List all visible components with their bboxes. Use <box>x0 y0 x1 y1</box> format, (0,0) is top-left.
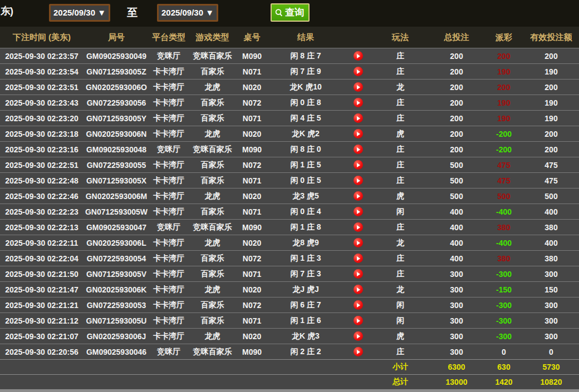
cell-result: 闲 7 庄 9 <box>267 64 344 80</box>
play-icon[interactable] <box>354 113 363 123</box>
cell-game: 竞咪百家乐 <box>188 344 237 360</box>
cell-platform: 卡卡湾厅 <box>149 282 188 297</box>
cell-valid: 300 <box>523 329 579 344</box>
cell-bet: 200 <box>429 95 484 111</box>
cell-payout: 380 <box>484 251 523 266</box>
cell-payout: -150 <box>484 282 523 297</box>
cell-play: 庄 <box>372 95 429 111</box>
play-icon[interactable] <box>354 98 363 107</box>
bottom-strip <box>0 389 579 392</box>
play-icon[interactable] <box>354 67 363 76</box>
cell-round: GN0712593005W <box>84 204 149 220</box>
footer-label: 总计 <box>372 375 429 390</box>
cell-platform: 卡卡湾厅 <box>149 64 188 80</box>
cell-game: 竞咪百家乐 <box>188 220 237 235</box>
play-icon[interactable] <box>354 82 363 92</box>
cell-round: GN0712593005Z <box>84 64 149 80</box>
play-icon[interactable] <box>354 347 363 356</box>
subtotal-row: 小计63006305730 <box>0 360 579 375</box>
col-header-result: 结果 <box>267 27 344 48</box>
cell-bet: 300 <box>429 297 484 313</box>
cell-play-media <box>344 297 372 313</box>
cell-platform: 卡卡湾厅 <box>149 126 188 142</box>
cell-game: 百家乐 <box>188 95 237 111</box>
play-icon[interactable] <box>354 316 363 325</box>
play-icon[interactable] <box>354 254 363 263</box>
play-icon[interactable] <box>354 269 363 279</box>
cell-round: GN0202593006L <box>84 235 149 251</box>
cell-play: 虎 <box>372 329 429 344</box>
cell-play-media <box>344 188 372 204</box>
play-icon[interactable] <box>354 300 363 310</box>
date-from-select[interactable]: 2025/09/30 ▼ <box>49 4 110 22</box>
cell-result: 闲 0 庄 4 <box>267 204 344 220</box>
play-icon[interactable] <box>354 145 363 154</box>
cell-play: 虎 <box>372 126 429 142</box>
footer-empty-cell <box>0 360 372 375</box>
cell-time: 2025-09-30 02:21:12 <box>0 313 84 329</box>
cell-result: 闲 1 庄 8 <box>267 220 344 235</box>
table-row: 2025-09-30 02:23:18GN0202593006N卡卡湾厅龙虎N0… <box>0 126 579 142</box>
table-row: 2025-09-30 02:23:20GN0712593005Y卡卡湾厅百家乐N… <box>0 111 579 126</box>
play-icon[interactable] <box>354 238 363 247</box>
cell-game: 龙虎 <box>188 126 237 142</box>
play-icon[interactable] <box>354 207 363 216</box>
cell-result: 龙3 虎5 <box>267 188 344 204</box>
cell-payout: -400 <box>484 204 523 220</box>
cell-bet: 200 <box>429 126 484 142</box>
cell-play-media <box>344 48 372 64</box>
table-row: 2025-09-30 02:22:23GN0712593005W卡卡湾厅百家乐N… <box>0 204 579 220</box>
play-icon[interactable] <box>354 331 363 341</box>
cell-table: M090 <box>237 142 267 157</box>
cell-time: 2025-09-30 02:22:51 <box>0 157 84 173</box>
cell-payout: -300 <box>484 297 523 313</box>
cell-play-media <box>344 313 372 329</box>
cell-play: 庄 <box>372 251 429 266</box>
table-row: 2025-09-30 02:22:13GM09025930047竞咪厅竞咪百家乐… <box>0 220 579 235</box>
cell-valid: 200 <box>523 48 579 64</box>
play-icon[interactable] <box>354 191 363 201</box>
cell-play-media <box>344 344 372 360</box>
cell-play: 龙 <box>372 282 429 297</box>
cell-valid: 190 <box>523 64 579 80</box>
cell-play: 庄 <box>372 173 429 188</box>
clipped-label: 东) <box>1 4 13 18</box>
cell-play-media <box>344 64 372 80</box>
play-icon[interactable] <box>354 129 363 138</box>
cell-platform: 卡卡湾厅 <box>149 188 188 204</box>
cell-platform: 竞咪厅 <box>149 220 188 235</box>
search-icon <box>274 8 283 17</box>
play-icon[interactable] <box>354 51 363 61</box>
cell-platform: 卡卡湾厅 <box>149 111 188 126</box>
cell-play: 庄 <box>372 344 429 360</box>
cell-table: N071 <box>237 173 267 188</box>
date-to-select[interactable]: 2025/09/30 ▼ <box>157 4 218 22</box>
cell-valid: 200 <box>523 142 579 157</box>
play-icon[interactable] <box>354 285 363 294</box>
cell-game: 龙虎 <box>188 188 237 204</box>
cell-time: 2025-09-30 02:21:07 <box>0 329 84 344</box>
cell-payout: 190 <box>484 111 523 126</box>
query-button[interactable]: 查询 <box>271 3 310 22</box>
play-icon[interactable] <box>354 176 363 185</box>
cell-valid: 300 <box>523 266 579 282</box>
table-row: 2025-09-30 02:22:04GN07225930054卡卡湾厅百家乐N… <box>0 251 579 266</box>
cell-bet: 300 <box>429 344 484 360</box>
cell-game: 竞咪百家乐 <box>188 48 237 64</box>
query-button-label: 查询 <box>285 4 304 21</box>
cell-round: GN07225930053 <box>84 297 149 313</box>
table-row: 2025-09-30 02:23:43GN07225930056卡卡湾厅百家乐N… <box>0 95 579 111</box>
cell-play-media <box>344 142 372 157</box>
cell-time: 2025-09-30 02:22:23 <box>0 204 84 220</box>
cell-bet: 200 <box>429 111 484 126</box>
cell-game: 百家乐 <box>188 111 237 126</box>
cell-platform: 卡卡湾厅 <box>149 157 188 173</box>
col-header-bet: 总投注 <box>429 27 484 48</box>
cell-time: 2025-09-30 02:23:51 <box>0 80 84 95</box>
cell-table: N020 <box>237 235 267 251</box>
cell-valid: 190 <box>523 95 579 111</box>
cell-valid: 0 <box>523 344 579 360</box>
play-icon[interactable] <box>354 222 363 232</box>
cell-game: 百家乐 <box>188 266 237 282</box>
play-icon[interactable] <box>354 160 363 170</box>
